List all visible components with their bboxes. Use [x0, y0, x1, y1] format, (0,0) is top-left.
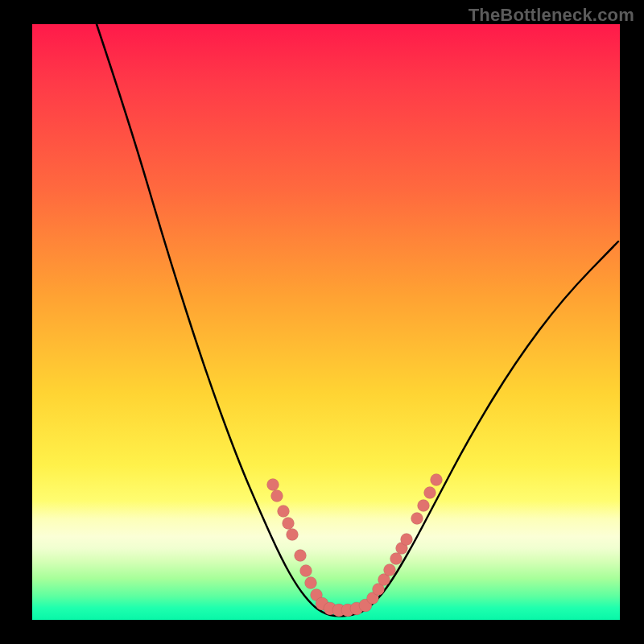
bead-marker	[418, 500, 430, 512]
beads-group	[267, 474, 443, 617]
bead-marker	[278, 506, 290, 518]
bead-marker	[424, 487, 436, 499]
bead-marker	[287, 529, 299, 541]
bead-marker	[305, 577, 317, 589]
bead-marker	[300, 565, 312, 577]
chart-frame: TheBottleneck.com	[0, 0, 644, 644]
bead-marker	[390, 553, 402, 565]
watermark-label: TheBottleneck.com	[469, 5, 634, 26]
bead-marker	[431, 474, 443, 486]
bead-marker	[384, 564, 396, 576]
bead-marker	[295, 550, 307, 562]
bead-marker	[267, 479, 279, 491]
plot-area	[32, 24, 620, 620]
bead-marker	[401, 534, 413, 546]
bead-marker	[411, 513, 423, 525]
bottleneck-curve	[97, 24, 618, 616]
bead-marker	[271, 490, 283, 502]
bead-marker	[283, 518, 295, 530]
chart-svg	[32, 24, 620, 620]
